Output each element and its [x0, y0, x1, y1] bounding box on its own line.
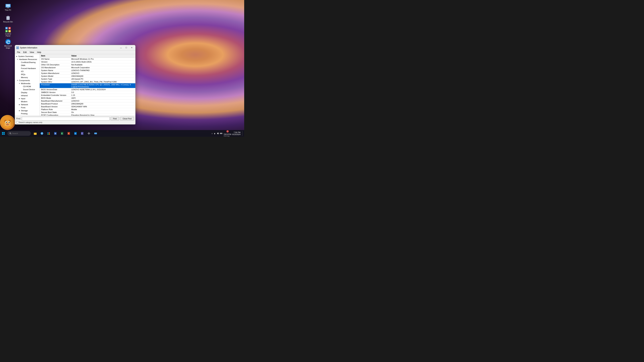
- tree-irqs[interactable]: IRQs: [15, 73, 40, 76]
- svg-text:X: X: [62, 133, 62, 134]
- expander-network: ▶: [18, 103, 21, 106]
- taskbar-search-input[interactable]: [12, 132, 29, 134]
- table-cell-item: System Manufacturer: [40, 72, 70, 75]
- table-row[interactable]: BIOS Version/DateLENOVO N20ET69W (1.54 )…: [40, 88, 135, 91]
- tree-dma-label: DMA: [21, 64, 25, 66]
- show-desktop-button[interactable]: [242, 131, 243, 136]
- tree-system-summary[interactable]: ▶ System Summary: [15, 55, 40, 58]
- expander-input: ▶: [18, 97, 21, 100]
- tree-io[interactable]: I/O: [15, 70, 40, 73]
- store-icon: [47, 132, 50, 135]
- table-row[interactable]: PCR7 ConfigurationElevation Required to …: [40, 114, 135, 116]
- table-row[interactable]: System NameLENOVO-THINKPAD: [40, 69, 135, 72]
- clock[interactable]: 7:56 PM 8/23/2024: [232, 131, 240, 135]
- minimize-button[interactable]: —: [118, 46, 123, 49]
- tree-forced-hw[interactable]: Forced Hardware: [15, 67, 40, 70]
- taskbar-search[interactable]: [8, 131, 31, 136]
- main-content: ▶ System Summary ▼ Hardware Resources Co…: [15, 54, 135, 116]
- table-row[interactable]: OS ManufacturerMicrosoft Corporation: [40, 66, 135, 69]
- search-category-checkbox[interactable]: [16, 121, 18, 123]
- taskbar-app-extra[interactable]: ...: [92, 130, 98, 136]
- taskbar-app-teams[interactable]: T: [79, 130, 85, 136]
- taskbar-app-outlook[interactable]: Ol: [72, 130, 78, 136]
- table-row[interactable]: BIOS ModeUEFI: [40, 97, 135, 99]
- tree-components[interactable]: ▼ Components: [15, 79, 40, 82]
- expander-io: [18, 70, 21, 72]
- battery-icon[interactable]: [220, 132, 223, 135]
- taskbar-app-word[interactable]: W: [52, 130, 58, 136]
- menu-file[interactable]: File: [16, 51, 22, 54]
- search-category-label[interactable]: Search category names only: [16, 121, 42, 123]
- table-row[interactable]: Version10.0.22631 Build 22631: [40, 60, 135, 63]
- table-row[interactable]: System SKULENOVO_MT_20KE_BU_Think_FM_Thi…: [40, 80, 135, 83]
- close-button[interactable]: ✕: [129, 46, 134, 49]
- notification-area[interactable]: 1 Upcoming Earnings: [224, 130, 231, 137]
- desktop-icon-edge[interactable]: Microsoft Edge: [2, 38, 14, 50]
- table-row[interactable]: Platform RoleMobile: [40, 108, 135, 111]
- tree-panel[interactable]: ▶ System Summary ▼ Hardware Resources Co…: [15, 54, 40, 116]
- network-icon[interactable]: [213, 132, 216, 135]
- table-cell-item: BaseBoard Manufacturer: [40, 99, 70, 102]
- menu-view[interactable]: View: [28, 51, 36, 54]
- table-row[interactable]: Secure Boot StateOn: [40, 111, 135, 114]
- maximize-button[interactable]: ☐: [124, 46, 129, 49]
- table-row[interactable]: Embedded Controller Version1.15: [40, 94, 135, 97]
- tree-cdrom[interactable]: CD-ROM: [15, 85, 40, 88]
- desktop-icon-recycle-bin[interactable]: Recycle Bin: [2, 14, 14, 23]
- tree-storage[interactable]: ▶ Storage: [15, 109, 40, 112]
- table-cell-item: Other OS Description: [40, 63, 70, 66]
- table-cell-value: LENOVO: [70, 72, 135, 75]
- taskbar-app-edge[interactable]: [39, 130, 45, 136]
- desktop-icon-this-pc[interactable]: This PC: [2, 2, 14, 12]
- tree-hardware-resources[interactable]: ▼ Hardware Resources: [15, 58, 40, 61]
- taskbar-app-powerpoint[interactable]: P: [66, 130, 72, 136]
- table-row[interactable]: BaseBoard VersionSDK0J40697 WIN: [40, 105, 135, 108]
- volume-icon[interactable]: [217, 132, 219, 135]
- taskbar-app-store[interactable]: [46, 130, 52, 136]
- find-button[interactable]: Find: [110, 117, 119, 120]
- table-row[interactable]: ProcessorIntel(R) Core(TM) i5-8250U CPU …: [40, 83, 135, 88]
- menu-help[interactable]: Help: [36, 51, 42, 54]
- table-row[interactable]: SMBIOS Version3.0: [40, 91, 135, 94]
- data-panel[interactable]: Item Value OS NameMicrosoft Windows 11 P…: [40, 54, 135, 116]
- desktop-icon-control-panel[interactable]: Control Panel: [2, 26, 14, 37]
- find-input[interactable]: [22, 117, 110, 120]
- tree-input[interactable]: ▶ Input: [15, 97, 40, 100]
- table-row[interactable]: BaseBoard ManufacturerLENOVO: [40, 99, 135, 102]
- tree-memory[interactable]: Memory: [15, 76, 40, 79]
- tree-infrared[interactable]: Infrared: [15, 94, 40, 97]
- tree-memory-label: Memory: [21, 76, 28, 78]
- taskbar-app-excel[interactable]: X: [59, 130, 65, 136]
- tree-dma[interactable]: DMA: [15, 64, 40, 67]
- tree-ports[interactable]: Ports: [15, 106, 40, 109]
- table-row[interactable]: BaseBoard Product20KES8AQ00: [40, 102, 135, 105]
- table-row[interactable]: Other OS DescriptionNot Available: [40, 63, 135, 66]
- tree-sound[interactable]: Sound Device: [15, 88, 40, 91]
- svg-rect-35: [4, 134, 5, 135]
- puppy-dog-avatar: [0, 115, 15, 130]
- taskbar-app-settings[interactable]: [86, 130, 92, 136]
- tree-conflicts[interactable]: Conflicts/Sharing: [15, 61, 40, 64]
- table-row[interactable]: System Typex64-based PC: [40, 78, 135, 80]
- svg-rect-65: [222, 133, 222, 134]
- tree-network[interactable]: ▶ Network: [15, 103, 40, 106]
- close-find-button[interactable]: Close Find: [120, 117, 134, 120]
- menu-edit[interactable]: Edit: [22, 51, 28, 54]
- table-row[interactable]: System Model20KES8AQ00: [40, 75, 135, 78]
- tree-modem[interactable]: Modem: [15, 100, 40, 103]
- tree-multimedia[interactable]: ▼ Multimedia: [15, 82, 40, 85]
- taskbar-app-explorer[interactable]: [32, 130, 38, 136]
- search-icon: [10, 132, 12, 134]
- tree-printing[interactable]: Printing: [15, 112, 40, 115]
- table-cell-value: LENOVO_MT_20KE_BU_Think_FM_ThinkPad X280: [70, 80, 135, 83]
- table-row[interactable]: System ManufacturerLENOVO: [40, 72, 135, 75]
- edge-icon: [5, 38, 11, 45]
- tray-expand-icon[interactable]: ∧: [212, 133, 213, 134]
- start-button[interactable]: [0, 130, 6, 136]
- windows-logo-icon: [2, 132, 5, 135]
- table-cell-item: Processor: [40, 83, 70, 88]
- table-row[interactable]: OS NameMicrosoft Windows 11 Pro: [40, 58, 135, 60]
- powerpoint-icon: P: [67, 132, 70, 135]
- table-cell-item: System SKU: [40, 80, 70, 83]
- tree-display[interactable]: Display: [15, 91, 40, 94]
